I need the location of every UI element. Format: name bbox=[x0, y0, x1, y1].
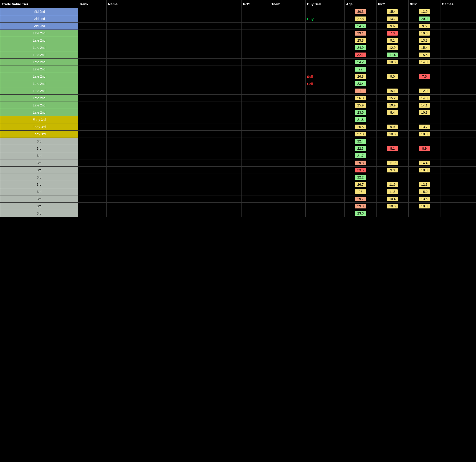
buysell-cell: Sell bbox=[306, 80, 344, 87]
team-cell bbox=[270, 109, 306, 116]
tier-cell: 3rd bbox=[0, 174, 78, 181]
pos-cell bbox=[241, 51, 270, 59]
age-cell: 33.6 bbox=[344, 167, 376, 174]
tier-cell: Late 2nd bbox=[0, 87, 78, 95]
age-cell: 29.1 bbox=[344, 30, 376, 37]
team-cell bbox=[270, 51, 306, 59]
ppg-cell: 11.6 bbox=[376, 181, 408, 188]
rank-cell bbox=[78, 123, 107, 131]
games-cell bbox=[441, 123, 476, 131]
name-cell bbox=[107, 8, 241, 15]
xfp-cell: 9.5 bbox=[408, 23, 440, 30]
team-cell bbox=[270, 188, 306, 195]
ppg-cell: 9.6 bbox=[376, 23, 408, 30]
main-container: Trade Value Tier Rank Name POS Team Buy/… bbox=[0, 0, 476, 462]
xfp-cell: 15.0 bbox=[408, 188, 440, 195]
games-cell bbox=[441, 30, 476, 37]
table-row: Late 2nd26.815.214.3 bbox=[0, 95, 476, 102]
ppg-cell bbox=[376, 210, 408, 217]
buysell-cell bbox=[306, 109, 344, 116]
ppg-cell bbox=[376, 80, 408, 87]
header-buysell: Buy/Sell bbox=[306, 0, 344, 8]
name-cell bbox=[107, 145, 241, 152]
xfp-cell: 8.9 bbox=[408, 145, 440, 152]
age-cell: 23.4 bbox=[344, 80, 376, 87]
age-cell: 24.5 bbox=[344, 23, 376, 30]
rank-cell bbox=[78, 30, 107, 37]
table-row: Late 2nd3015.112.9 bbox=[0, 87, 476, 95]
header-tier: Trade Value Tier bbox=[0, 0, 78, 8]
buysell-cell bbox=[306, 152, 344, 160]
tier-cell: 3rd bbox=[0, 145, 78, 152]
buysell-cell bbox=[306, 174, 344, 181]
team-cell bbox=[270, 181, 306, 188]
pos-cell bbox=[241, 123, 270, 131]
xfp-cell: 13.9 bbox=[408, 8, 440, 15]
buysell-cell bbox=[306, 102, 344, 109]
rank-cell bbox=[78, 152, 107, 160]
rank-cell bbox=[78, 174, 107, 181]
rank-cell bbox=[78, 181, 107, 188]
tier-cell: 3rd bbox=[0, 160, 78, 167]
age-cell: 22.4 bbox=[344, 138, 376, 145]
rank-cell bbox=[78, 23, 107, 30]
player-table: Trade Value Tier Rank Name POS Team Buy/… bbox=[0, 0, 476, 217]
table-row: Mid 2ndBuy27.814.220.0 bbox=[0, 15, 476, 23]
pos-cell bbox=[241, 138, 270, 145]
games-cell bbox=[441, 23, 476, 30]
tier-cell: Late 2nd bbox=[0, 44, 78, 51]
xfp-cell bbox=[408, 66, 440, 73]
xfp-cell: 14.3 bbox=[408, 95, 440, 102]
xfp-cell bbox=[408, 80, 440, 87]
buysell-cell bbox=[306, 37, 344, 44]
ppg-cell: 10.9 bbox=[376, 102, 408, 109]
rank-cell bbox=[78, 44, 107, 51]
games-cell bbox=[441, 145, 476, 152]
age-cell: 30 bbox=[344, 87, 376, 95]
pos-cell bbox=[241, 174, 270, 181]
team-cell bbox=[270, 15, 306, 23]
team-cell bbox=[270, 123, 306, 131]
rank-cell bbox=[78, 203, 107, 210]
tier-cell: 3rd bbox=[0, 210, 78, 217]
buysell-cell bbox=[306, 131, 344, 138]
xfp-cell: 7.6 bbox=[408, 73, 440, 80]
table-row: Late 2nd23.68.410.8 bbox=[0, 109, 476, 116]
pos-cell bbox=[241, 181, 270, 188]
games-cell bbox=[441, 73, 476, 80]
table-row: 3rd2611.515.0 bbox=[0, 188, 476, 195]
table-row: Mid 2nd24.59.69.5 bbox=[0, 23, 476, 30]
table-row: 3rd22.4 bbox=[0, 138, 476, 145]
ppg-cell: 9.0 bbox=[376, 73, 408, 80]
table-row: 3rd29.710.413.6 bbox=[0, 195, 476, 203]
xfp-cell: 14.0 bbox=[408, 59, 440, 66]
ppg-cell bbox=[376, 174, 408, 181]
ppg-cell bbox=[376, 152, 408, 160]
ppg-cell: 9.9 bbox=[376, 123, 408, 131]
buysell-cell bbox=[306, 30, 344, 37]
buysell-cell bbox=[306, 23, 344, 30]
ppg-cell: 12.9 bbox=[376, 44, 408, 51]
games-cell bbox=[441, 131, 476, 138]
pos-cell bbox=[241, 95, 270, 102]
name-cell bbox=[107, 44, 241, 51]
pos-cell bbox=[241, 80, 270, 87]
buysell-cell bbox=[306, 160, 344, 167]
games-cell bbox=[441, 80, 476, 87]
table-row: 3rd22.38.18.9 bbox=[0, 145, 476, 152]
age-cell: 27.8 bbox=[344, 131, 376, 138]
games-cell bbox=[441, 188, 476, 195]
tier-cell: Early 3rd bbox=[0, 131, 78, 138]
team-cell bbox=[270, 37, 306, 44]
rank-cell bbox=[78, 73, 107, 80]
tier-cell: Mid 2nd bbox=[0, 23, 78, 30]
name-cell bbox=[107, 174, 241, 181]
rank-cell bbox=[78, 80, 107, 87]
age-cell: 26.8 bbox=[344, 73, 376, 80]
table-row: Late 2nd24.912.915.4 bbox=[0, 44, 476, 51]
pos-cell bbox=[241, 23, 270, 30]
xfp-cell: 10.0 bbox=[408, 203, 440, 210]
buysell-cell bbox=[306, 95, 344, 102]
team-cell bbox=[270, 59, 306, 66]
tier-cell: Late 2nd bbox=[0, 30, 78, 37]
